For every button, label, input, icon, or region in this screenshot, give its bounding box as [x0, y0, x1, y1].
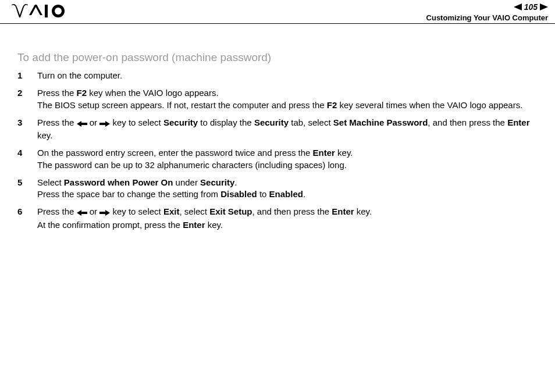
step-text: key.: [354, 206, 372, 216]
page-nav: 105: [514, 2, 548, 12]
key-name: Enter: [332, 206, 354, 216]
section-title: Customizing Your VAIO Computer: [426, 13, 548, 22]
ui-label: Set Machine Password: [333, 117, 428, 127]
step-text: .: [303, 189, 305, 199]
svg-marker-5: [77, 121, 87, 127]
ui-label: Exit: [163, 206, 180, 216]
svg-point-2: [55, 8, 62, 15]
arrow-right-icon: [99, 118, 110, 130]
step-item: On the password entry screen, enter the …: [17, 147, 541, 171]
step-text: key to select: [110, 206, 163, 216]
step-text: to display the: [198, 117, 254, 127]
key-name: Enter: [183, 220, 205, 230]
step-text: or: [87, 117, 100, 127]
svg-marker-8: [99, 210, 110, 216]
ui-label: Disabled: [220, 189, 257, 199]
step-text: tab, select: [289, 117, 333, 127]
step-text: , and then press the: [252, 206, 332, 216]
ui-label: Security: [200, 177, 234, 187]
step-text: Press the: [37, 206, 77, 216]
key-name: F2: [327, 100, 337, 110]
step-text: or: [87, 206, 100, 216]
key-name: Enter: [507, 117, 529, 127]
arrow-left-icon: [77, 207, 87, 219]
next-page-icon[interactable]: [540, 3, 548, 10]
arrow-right-icon: [99, 207, 110, 219]
page-content: To add the power-on password (machine pa…: [17, 51, 541, 237]
step-text: Press the: [37, 117, 77, 127]
step-text: to: [257, 189, 269, 199]
svg-marker-3: [514, 3, 522, 10]
step-text: key.: [335, 148, 353, 158]
step-item: Turn on the computer.: [17, 70, 541, 81]
svg-marker-6: [99, 121, 110, 127]
step-text: key.: [205, 220, 223, 230]
step-item: Press the F2 key when the VAIO logo appe…: [17, 87, 541, 111]
page-heading: To add the power-on password (machine pa…: [17, 51, 541, 64]
svg-rect-0: [45, 5, 48, 17]
step-text: Press the space bar to change the settin…: [37, 189, 220, 199]
key-name: Enter: [313, 148, 335, 158]
step-text: .: [234, 177, 237, 187]
step-text: key.: [37, 130, 52, 140]
step-text: Press the: [37, 88, 77, 98]
page-header: 105 Customizing Your VAIO Computer: [0, 0, 555, 24]
ui-label: Security: [254, 117, 289, 127]
step-text: At the confirmation prompt, press the: [37, 220, 183, 230]
step-text: Select: [37, 177, 64, 187]
document-page: 105 Customizing Your VAIO Computer To ad…: [0, 0, 555, 392]
vaio-logo: [12, 3, 67, 21]
step-text: , and then press the: [428, 117, 507, 127]
ui-label: Security: [163, 117, 198, 127]
svg-marker-7: [77, 210, 87, 216]
prev-page-icon[interactable]: [514, 3, 522, 10]
arrow-left-icon: [77, 118, 87, 130]
ui-label: Password when Power On: [64, 177, 173, 187]
step-text: key several times when the VAIO logo app…: [337, 100, 522, 110]
step-text: , select: [179, 206, 209, 216]
svg-marker-4: [540, 3, 548, 10]
step-item: Press the or key to select Exit, select …: [17, 206, 541, 231]
ui-label: Exit Setup: [209, 206, 252, 216]
key-name: F2: [77, 88, 87, 98]
step-text: key when the VAIO logo appears.: [87, 88, 219, 98]
page-number: 105: [524, 2, 538, 12]
step-item: Press the or key to select Security to d…: [17, 117, 541, 142]
step-text: On the password entry screen, enter the …: [37, 148, 313, 158]
step-item: Select Password when Power On under Secu…: [17, 177, 541, 201]
ui-label: Enabled: [269, 189, 303, 199]
step-text: key to select: [110, 117, 163, 127]
step-text: Turn on the computer.: [37, 70, 122, 80]
step-text: under: [173, 177, 200, 187]
step-list: Turn on the computer. Press the F2 key w…: [17, 70, 541, 231]
step-text: The BIOS setup screen appears. If not, r…: [37, 100, 327, 110]
step-text: The password can be up to 32 alphanumeri…: [37, 160, 347, 170]
